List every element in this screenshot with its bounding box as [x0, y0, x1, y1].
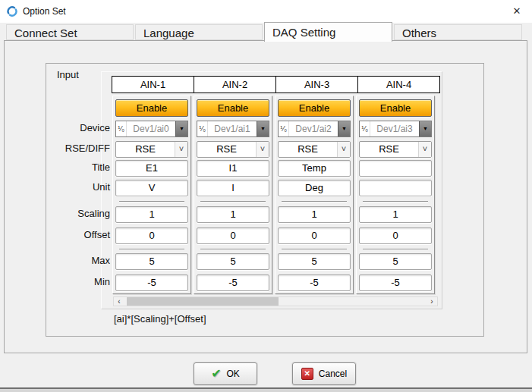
min-field[interactable]: -5 — [115, 274, 188, 291]
channel-column-ain-4: Enable ⅟₀ Dev1/ai3 ▼ RSE ˅ 1 0 5 -5 — [356, 96, 435, 294]
device-value: Dev1/ai2 — [289, 121, 338, 136]
channel-column-ain-2: Enable ⅟₀ Dev1/ai1 ▼ RSE ˅ I1 I 1 0 5 -5 — [194, 96, 272, 294]
scaling-field[interactable]: 1 — [359, 206, 432, 223]
dropdown-arrow-icon[interactable]: ▼ — [338, 121, 350, 136]
device-dropdown[interactable]: ⅟₀ Dev1/ai2 ▼ — [278, 121, 351, 137]
scaling-field[interactable]: 1 — [115, 206, 188, 223]
unit-field[interactable]: V — [115, 180, 188, 196]
rse-diff-dropdown[interactable]: RSE ˅ — [115, 141, 188, 158]
max-field[interactable]: 5 — [278, 253, 351, 270]
row-label-device: Device — [30, 122, 110, 133]
rse-diff-dropdown[interactable]: RSE ˅ — [359, 141, 432, 158]
scaling-field[interactable]: 1 — [278, 206, 351, 223]
input-group-label: Input — [57, 69, 79, 80]
row-label-min: Min — [30, 276, 110, 287]
divider — [200, 249, 266, 250]
scrollbar-thumb[interactable] — [127, 297, 279, 306]
max-field[interactable]: 5 — [115, 253, 188, 270]
divider — [282, 201, 347, 202]
dropdown-arrow-icon[interactable]: ▼ — [257, 121, 269, 136]
header-ain-2: AIN-2 — [194, 76, 276, 93]
offset-field[interactable]: 0 — [278, 227, 351, 244]
min-field[interactable]: -5 — [278, 274, 351, 291]
window-title: Option Set — [23, 6, 66, 17]
rse-diff-value: RSE — [197, 142, 256, 157]
device-value: Dev1/ai0 — [127, 121, 175, 136]
title-field[interactable]: I1 — [197, 160, 269, 177]
rse-diff-value: RSE — [116, 142, 175, 157]
device-value: Dev1/ai3 — [370, 121, 419, 136]
horizontal-scrollbar[interactable]: ‹ › — [113, 296, 438, 306]
enable-button[interactable]: Enable — [278, 99, 351, 117]
rse-diff-dropdown[interactable]: RSE ˅ — [278, 141, 351, 158]
channel-header-row: AIN-1 AIN-2 AIN-3 AIN-4 — [112, 76, 440, 93]
io-channel-icon: ⅟₀ — [116, 121, 127, 136]
title-field[interactable] — [359, 160, 432, 177]
cancel-button[interactable]: ✕ Cancel — [292, 362, 356, 385]
header-ain-1: AIN-1 — [112, 76, 194, 93]
unit-field[interactable] — [359, 180, 432, 196]
tab-language[interactable]: Language — [135, 24, 263, 40]
row-label-unit: Unit — [30, 181, 110, 193]
device-value: Dev1/ai1 — [208, 121, 257, 136]
divider — [200, 201, 266, 202]
device-dropdown[interactable]: ⅟₀ Dev1/ai3 ▼ — [359, 121, 432, 137]
header-ain-3: AIN-3 — [275, 76, 358, 93]
ok-button[interactable]: ✔ OK — [194, 362, 257, 385]
enable-button[interactable]: Enable — [115, 99, 188, 117]
offset-field[interactable]: 0 — [115, 227, 188, 244]
scroll-right-icon[interactable]: › — [427, 297, 437, 306]
io-channel-icon: ⅟₀ — [197, 121, 208, 136]
min-field[interactable]: -5 — [359, 274, 432, 291]
offset-field[interactable]: 0 — [197, 227, 269, 244]
tab-connect-set[interactable]: Connect Set — [6, 24, 134, 40]
chevron-down-icon: ˅ — [256, 142, 269, 157]
divider — [363, 201, 428, 202]
ok-button-label: OK — [227, 368, 240, 379]
check-icon: ✔ — [211, 368, 221, 380]
scaling-formula-text: [ai]*[Scaling]+[Offset] — [114, 313, 206, 325]
rse-diff-value: RSE — [360, 142, 418, 157]
divider — [363, 249, 428, 250]
unit-field[interactable]: Deg — [278, 180, 351, 196]
cancel-x-icon: ✕ — [301, 368, 313, 380]
io-channel-icon: ⅟₀ — [360, 121, 370, 136]
chevron-down-icon: ˅ — [175, 142, 187, 157]
row-label-title: Title — [30, 162, 110, 173]
enable-button[interactable]: Enable — [197, 99, 269, 117]
offset-field[interactable]: 0 — [359, 227, 432, 244]
max-field[interactable]: 5 — [359, 253, 432, 270]
rse-diff-value: RSE — [279, 142, 337, 157]
channel-column-ain-3: Enable ⅟₀ Dev1/ai2 ▼ RSE ˅ Temp Deg 1 0 … — [275, 96, 354, 294]
io-channel-icon: ⅟₀ — [279, 121, 289, 136]
enable-button[interactable]: Enable — [359, 99, 432, 117]
dropdown-arrow-icon[interactable]: ▼ — [419, 121, 431, 136]
row-label-offset: Offset — [30, 229, 110, 240]
channel-column-ain-1: Enable ⅟₀ Dev1/ai0 ▼ RSE ˅ E1 V 1 0 5 -5 — [112, 96, 191, 294]
max-field[interactable]: 5 — [197, 253, 269, 270]
scaling-field[interactable]: 1 — [197, 206, 269, 223]
title-field[interactable]: E1 — [115, 160, 188, 177]
header-ain-4: AIN-4 — [357, 76, 440, 93]
device-dropdown[interactable]: ⅟₀ Dev1/ai0 ▼ — [115, 121, 188, 137]
device-dropdown[interactable]: ⅟₀ Dev1/ai1 ▼ — [197, 121, 269, 137]
row-label-rse-diff: RSE/DIFF — [30, 143, 110, 154]
chevron-down-icon: ˅ — [418, 142, 431, 157]
app-logo-icon — [6, 5, 18, 17]
divider — [119, 249, 184, 250]
tab-others[interactable]: Others — [394, 24, 522, 40]
row-label-max: Max — [30, 255, 110, 266]
tab-daq-setting[interactable]: DAQ Setting — [264, 22, 392, 42]
window-bottom-edge — [0, 389, 532, 392]
rse-diff-dropdown[interactable]: RSE ˅ — [197, 141, 269, 158]
close-icon[interactable]: ✕ — [506, 3, 527, 20]
chevron-down-icon: ˅ — [337, 142, 350, 157]
unit-field[interactable]: I — [197, 180, 269, 196]
min-field[interactable]: -5 — [197, 274, 269, 291]
scroll-left-icon[interactable]: ‹ — [114, 297, 124, 306]
divider — [282, 249, 347, 250]
cancel-button-label: Cancel — [319, 368, 347, 379]
title-bar: Option Set ✕ — [0, 0, 532, 23]
dropdown-arrow-icon[interactable]: ▼ — [175, 121, 187, 136]
title-field[interactable]: Temp — [278, 160, 351, 177]
